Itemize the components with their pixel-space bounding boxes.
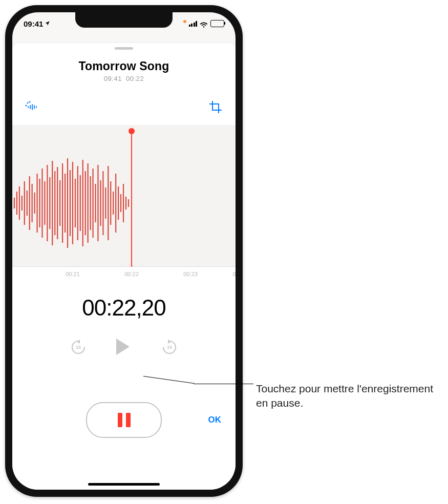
callout-text: Touchez pour mettre l'enregistrement en … bbox=[256, 382, 448, 411]
recording-subtitle: 09:41 00:22 bbox=[12, 75, 236, 82]
recording-header: Tomorrow Song 09:41 00:22 bbox=[12, 59, 236, 82]
tool-row bbox=[12, 99, 236, 115]
status-time: 09:41 bbox=[24, 19, 43, 28]
notch bbox=[75, 12, 173, 28]
phone-screen: 09:41 Tomorrow Song bbox=[12, 12, 236, 490]
timeline-tick: 00:23 bbox=[183, 271, 198, 277]
recording-indicator-dot bbox=[183, 20, 186, 23]
tutorial-figure: 09:41 Tomorrow Song bbox=[0, 0, 448, 504]
done-button[interactable]: OK bbox=[208, 415, 222, 425]
wifi-icon bbox=[200, 20, 208, 27]
timeline-tick: 00:22 bbox=[124, 271, 139, 277]
elapsed-timer: 00:22,20 bbox=[12, 295, 236, 321]
sheet-grabber[interactable] bbox=[115, 47, 133, 50]
recording-sheet: Tomorrow Song 09:41 00:22 bbox=[12, 43, 236, 490]
phone-frame: 09:41 Tomorrow Song bbox=[5, 5, 243, 497]
timeline-tick: 00:21 bbox=[66, 271, 80, 277]
cellular-icon bbox=[189, 21, 198, 27]
skip-back-button[interactable]: 15 bbox=[70, 339, 87, 356]
enhance-icon[interactable] bbox=[25, 99, 40, 115]
callout-leader-line bbox=[194, 384, 253, 384]
status-left: 09:41 bbox=[24, 19, 50, 28]
pause-icon bbox=[118, 413, 131, 427]
timeline-tick: 0 bbox=[232, 271, 236, 277]
play-button[interactable] bbox=[115, 338, 133, 357]
pause-button[interactable] bbox=[86, 402, 162, 438]
trim-icon[interactable] bbox=[208, 99, 223, 115]
status-right bbox=[183, 20, 225, 27]
waveform bbox=[12, 156, 236, 250]
recording-title[interactable]: Tomorrow Song bbox=[12, 59, 236, 73]
timeline-ruler[interactable]: 00:21 00:22 00:23 0 bbox=[12, 266, 236, 281]
battery-icon bbox=[210, 20, 224, 27]
skip-forward-button[interactable]: 15 bbox=[161, 339, 178, 356]
record-controls-row: OK bbox=[12, 402, 236, 438]
location-icon bbox=[45, 20, 50, 27]
playback-controls: 15 15 bbox=[12, 338, 236, 357]
waveform-area[interactable]: 00:21 00:22 00:23 0 bbox=[12, 125, 236, 281]
home-indicator[interactable] bbox=[88, 483, 160, 486]
playhead[interactable] bbox=[131, 131, 132, 269]
